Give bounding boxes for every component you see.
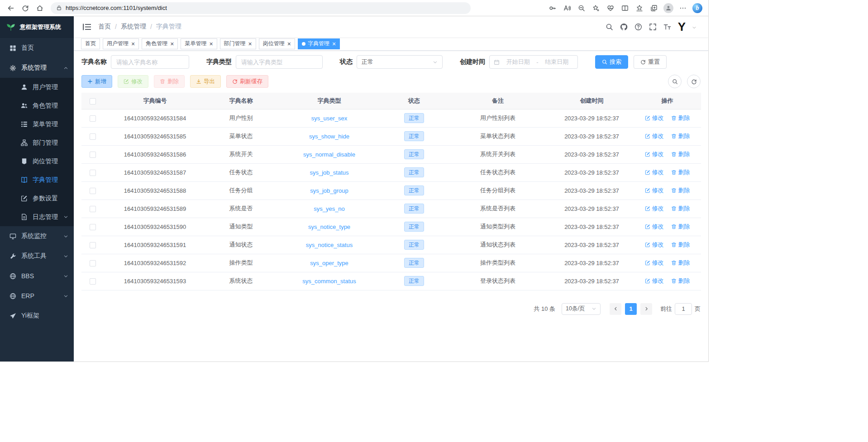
add-button[interactable]: 新增 [81,75,112,88]
select-all-checkbox[interactable] [90,98,96,105]
sidebar-subitem-role-management[interactable]: 角色管理 [0,96,74,115]
row-delete-button[interactable]: 删除 [671,168,690,176]
sidebar-subitem-param-settings[interactable]: 参数设置 [0,189,74,208]
row-edit-button[interactable]: 修改 [645,168,664,176]
row-edit-button[interactable]: 修改 [645,150,664,158]
row-checkbox[interactable] [90,115,96,122]
search-icon[interactable] [606,23,613,31]
row-edit-button[interactable]: 修改 [645,259,664,267]
sidebar-subitem-dept-management[interactable]: 部门管理 [0,133,74,152]
dict-type-link[interactable]: sys_oper_type [310,260,348,266]
dict-type-link[interactable]: sys_common_status [302,278,356,285]
breadcrumb-item[interactable]: 首页 [98,23,111,31]
breadcrumb-item[interactable]: 系统管理 [121,23,146,31]
row-edit-button[interactable]: 修改 [645,277,664,285]
sidebar-item-yi-framework[interactable]: Yi框架 [0,306,74,326]
close-icon[interactable]: × [209,41,213,47]
reset-button[interactable]: 重置 [634,55,667,69]
sidebar-item-bbs[interactable]: BBS [0,266,74,286]
read-aloud-button[interactable] [560,2,574,14]
sidebar-subitem-post-management[interactable]: 岗位管理 [0,152,74,171]
favorites-button[interactable] [589,2,603,14]
toggle-search-button[interactable] [668,75,682,88]
row-checkbox[interactable] [90,152,96,158]
dict-type-link[interactable]: sys_user_sex [311,115,347,122]
dict-name-input[interactable] [111,55,189,69]
dict-type-link[interactable]: sys_notice_type [308,223,350,230]
row-delete-button[interactable]: 删除 [671,223,690,231]
row-edit-button[interactable]: 修改 [645,204,664,213]
tab-role-management[interactable]: 角色管理× [142,38,178,49]
row-edit-button[interactable]: 修改 [645,114,664,122]
row-delete-button[interactable]: 删除 [671,186,690,195]
tab-post-management[interactable]: 岗位管理× [259,38,295,49]
status-select[interactable]: 正常 [357,55,443,69]
sidebar-subitem-log-management[interactable]: 日志管理 [0,208,74,226]
browser-essentials-button[interactable] [603,2,618,14]
sidebar-subitem-menu-management[interactable]: 菜单管理 [0,115,74,133]
row-edit-button[interactable]: 修改 [645,186,664,195]
current-page-button[interactable]: 1 [625,303,637,315]
refresh-cache-button[interactable]: 刷新缓存 [226,75,268,88]
delete-button[interactable]: 删除 [154,75,185,88]
search-button[interactable]: 搜索 [595,55,628,69]
tab-menu-management[interactable]: 菜单管理× [181,38,217,49]
split-screen-button[interactable] [618,2,632,14]
collections-button[interactable] [647,2,661,14]
home-button[interactable] [33,2,47,14]
row-delete-button[interactable]: 删除 [671,277,690,285]
page-size-select[interactable]: 10条/页 [562,303,601,315]
user-logo-avatar[interactable]: Y [678,21,685,33]
goto-page-input[interactable] [675,303,692,315]
row-delete-button[interactable]: 删除 [671,150,690,158]
next-page-button[interactable] [640,303,652,315]
tab-dict-management[interactable]: 字典管理× [298,38,340,49]
export-button[interactable]: 导出 [190,75,221,88]
row-checkbox[interactable] [90,260,96,266]
sidebar-subitem-dict-management[interactable]: 字典管理 [0,171,74,189]
github-icon[interactable] [620,23,628,31]
bing-chat-button[interactable]: b [690,2,705,14]
dict-type-link[interactable]: sys_job_group [310,187,348,194]
dict-type-link[interactable]: sys_show_hide [309,133,349,140]
tab-user-management[interactable]: 用户管理× [103,38,139,49]
row-delete-button[interactable]: 删除 [671,114,690,122]
profile-button[interactable] [661,2,676,14]
sidebar-item-home[interactable]: 首页 [0,38,74,58]
fullscreen-icon[interactable] [649,23,657,31]
close-icon[interactable]: × [332,41,336,47]
settings-menu-button[interactable] [676,2,690,14]
row-edit-button[interactable]: 修改 [645,132,664,140]
row-edit-button[interactable]: 修改 [645,223,664,231]
row-checkbox[interactable] [90,206,96,212]
dict-type-link[interactable]: sys_yes_no [314,205,345,212]
sidebar-item-system-management[interactable]: 系统管理 [0,58,74,78]
sidebar-subitem-user-management[interactable]: 用户管理 [0,78,74,96]
font-size-icon[interactable] [663,23,671,31]
close-icon[interactable]: × [248,41,252,47]
tab-home[interactable]: 首页 [81,38,100,49]
refresh-table-button[interactable] [687,75,701,88]
row-checkbox[interactable] [90,224,96,230]
password-key-button[interactable] [545,2,560,14]
row-checkbox[interactable] [90,242,96,248]
row-checkbox[interactable] [90,133,96,140]
sidebar-item-erp[interactable]: ERP [0,286,74,306]
zoom-out-button[interactable] [574,2,589,14]
row-delete-button[interactable]: 删除 [671,259,690,267]
address-bar[interactable]: https://ccnetcore.com:1101/system/dict [51,2,471,14]
row-checkbox[interactable] [90,188,96,194]
close-icon[interactable]: × [170,41,174,47]
dict-type-link[interactable]: sys_normal_disable [303,151,355,158]
help-icon[interactable] [634,23,642,31]
back-button[interactable] [4,2,18,14]
close-icon[interactable]: × [287,41,291,47]
row-checkbox[interactable] [90,170,96,176]
chevron-down-icon[interactable] [692,25,696,30]
edit-button[interactable]: 修改 [118,75,148,88]
row-delete-button[interactable]: 删除 [671,132,690,140]
sidebar-item-system-tools[interactable]: 系统工具 [0,246,74,266]
sidebar-toggle-icon[interactable] [83,24,91,30]
row-delete-button[interactable]: 删除 [671,204,690,213]
dict-type-link[interactable]: sys_notice_status [306,242,353,248]
